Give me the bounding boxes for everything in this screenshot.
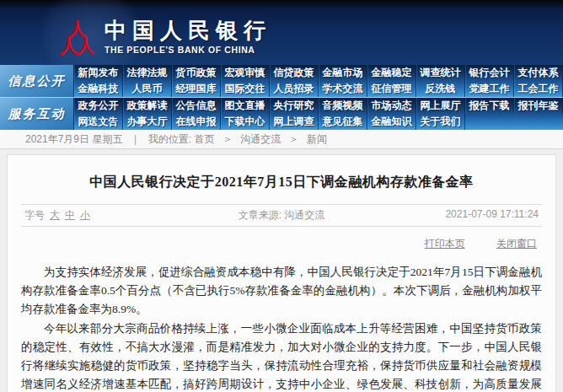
font-size-option[interactable]: 小	[80, 209, 90, 221]
nav-item[interactable]: 关于我们	[416, 114, 465, 130]
nav-item[interactable]: 银行会计	[465, 65, 514, 81]
nav-item[interactable]: 政策解读	[123, 98, 172, 114]
nav-item[interactable]: 网送文告	[74, 114, 123, 130]
breadcrumb-arrow: ＞	[289, 133, 299, 145]
nav-item[interactable]: 在线申报	[172, 114, 221, 130]
article-paragraph: 为支持实体经济发展，促进综合融资成本稳中有降，中国人民银行决定于2021年7月1…	[21, 263, 542, 319]
breadcrumb-divider: ｜	[131, 133, 141, 145]
nav-item[interactable]: 信贷政策	[270, 65, 319, 81]
pboc-page: 人 人 人 中国人民银行 THE PEOPLE'S BANK OF CHINA …	[0, 0, 563, 392]
nav-item[interactable]: 法律法规	[123, 65, 172, 81]
print-page-link[interactable]: 打印本页	[425, 238, 465, 250]
nav-item[interactable]: 金融市场	[319, 65, 367, 81]
breadcrumb-location-label: 我的位置:	[148, 133, 191, 145]
nav-item[interactable]: 金融科技	[74, 81, 123, 97]
article-timestamp: 2021-07-09 17:11:24	[388, 208, 539, 223]
nav-item[interactable]: 党建工作	[465, 81, 514, 97]
pboc-emblem-icon: 人 人 人	[61, 19, 94, 56]
font-size-option[interactable]: 中	[65, 209, 75, 221]
nav-item[interactable]: 网上展厅	[416, 98, 465, 114]
nav-item[interactable]: 市场动态	[367, 98, 416, 114]
nav-item[interactable]: 国际交往	[221, 81, 270, 97]
site-header: 人 人 人 中国人民银行 THE PEOPLE'S BANK OF CHINA	[0, 0, 563, 65]
nav-section-service-interaction[interactable]: 服务互动	[0, 98, 74, 130]
article-title: 中国人民银行决定于2021年7月15日下调金融机构存款准备金率	[13, 174, 550, 191]
nav-section-info-disclosure[interactable]: 信息公开	[0, 65, 74, 97]
nav-item[interactable]: 报刊年鉴	[514, 98, 563, 114]
nav-item[interactable]: 调查统计	[416, 65, 465, 81]
nav-item[interactable]: 图文直播	[221, 98, 270, 114]
nav-item[interactable]: 金融稳定	[367, 65, 416, 81]
nav-item[interactable]: 征信管理	[367, 81, 416, 97]
nav-item[interactable]: 金融知识	[367, 114, 416, 130]
nav-item[interactable]: 报告下载	[465, 98, 514, 114]
nav-band-service-interaction: 服务互动 政务公开政策解读公告信息图文直播央行研究音频视频市场动态网上展厅报告下…	[0, 98, 563, 130]
breadcrumb-current: 新闻	[307, 133, 327, 145]
breadcrumb-arrow: ＞	[223, 133, 233, 145]
nav-item[interactable]: 学术交流	[319, 81, 367, 97]
nav-item[interactable]: 网上调查	[270, 114, 319, 130]
nav-item[interactable]: 政务公开	[74, 98, 123, 114]
article-meta-row: 字号大中小 文章来源: 沟通交流 2021-07-09 17:11:24	[21, 204, 542, 227]
nav-item[interactable]: 货币政策	[172, 65, 221, 81]
breadcrumb: 2021年7月9日 星期五 ｜ 我的位置: 首页 ＞ 沟通交流 ＞ 新闻	[0, 130, 563, 149]
nav-item[interactable]: 工会工作	[514, 81, 563, 97]
font-size-links: 大中小	[45, 209, 90, 221]
font-size-label: 字号	[24, 209, 45, 221]
nav-item[interactable]: 人员招录	[270, 81, 319, 97]
bank-name-en: THE PEOPLE'S BANK OF CHINA	[105, 45, 271, 55]
breadcrumb-date: 2021年7月9日 星期五	[25, 133, 122, 145]
article-body: 为支持实体经济发展，促进综合融资成本稳中有降，中国人民银行决定于2021年7月1…	[13, 263, 550, 392]
nav-item[interactable]: 音频视频	[319, 98, 367, 114]
nav-item[interactable]: 人民币	[123, 81, 172, 97]
nav-item[interactable]: 公告信息	[172, 98, 221, 114]
nav-item[interactable]: 意见征集	[319, 114, 367, 130]
nav-item[interactable]: 反洗钱	[416, 81, 465, 97]
nav-item[interactable]: 宏观审慎	[221, 65, 270, 81]
nav-item[interactable]: 新闻发布	[74, 65, 123, 81]
bank-name-cn: 中国人民银行	[105, 20, 271, 42]
article-source: 文章来源: 沟通交流	[175, 208, 387, 223]
svg-text:人: 人	[76, 35, 94, 56]
nav-item[interactable]: 下载中心	[221, 114, 270, 130]
nav-item[interactable]: 办事大厅	[123, 114, 172, 130]
nav-item[interactable]: 经理国库	[172, 81, 221, 97]
breadcrumb-section-link[interactable]: 沟通交流	[240, 133, 281, 145]
article-actions-top: 打印本页 关闭窗口	[13, 237, 550, 251]
article-panel: 中国人民银行决定于2021年7月15日下调金融机构存款准备金率 字号大中小 文章…	[7, 154, 556, 392]
nav-band-info-disclosure: 信息公开 新闻发布法律法规货币政策宏观审慎信贷政策金融市场金融稳定调查统计银行会…	[0, 65, 563, 97]
logo-block: 人 人 人 中国人民银行 THE PEOPLE'S BANK OF CHINA	[61, 19, 271, 56]
font-size-option[interactable]: 大	[50, 209, 60, 221]
close-window-link[interactable]: 关闭窗口	[496, 238, 537, 250]
nav-item[interactable]: 央行研究	[270, 98, 319, 114]
nav-item[interactable]: 支付体系	[514, 65, 563, 81]
breadcrumb-home-link[interactable]: 首页	[195, 133, 215, 145]
main-nav: 信息公开 新闻发布法律法规货币政策宏观审慎信贷政策金融市场金融稳定调查统计银行会…	[0, 65, 563, 130]
article-paragraph: 今年以来部分大宗商品价格持续上涨，一些小微企业面临成本上升等经营困难，中国坚持货…	[21, 320, 542, 392]
